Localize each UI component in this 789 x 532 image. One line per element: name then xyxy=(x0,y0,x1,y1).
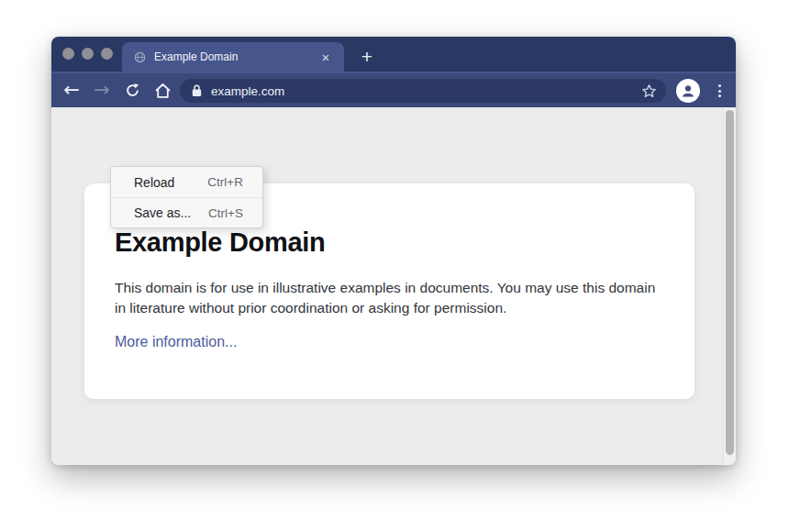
tab-close-icon[interactable]: × xyxy=(318,50,333,64)
home-button[interactable] xyxy=(149,77,176,105)
address-bar[interactable]: example.com xyxy=(180,79,666,103)
profile-avatar[interactable] xyxy=(676,79,700,103)
context-menu: Reload Ctrl+R Save as... Ctrl+S xyxy=(110,166,263,228)
tab-favicon-globe-icon xyxy=(134,51,146,63)
more-information-link[interactable]: More information... xyxy=(115,334,237,350)
tab-example-domain[interactable]: Example Domain × xyxy=(122,42,344,72)
forward-button[interactable]: → xyxy=(88,77,116,105)
reload-button[interactable] xyxy=(118,77,146,105)
back-button[interactable]: ← xyxy=(58,77,85,105)
bookmark-star-icon[interactable] xyxy=(641,83,657,99)
menu-item-shortcut: Ctrl+S xyxy=(208,206,243,220)
menu-item-label: Save as... xyxy=(134,205,191,220)
close-window-button[interactable] xyxy=(62,48,74,60)
zoom-window-button[interactable] xyxy=(101,48,113,60)
browser-window: Example Domain × + ← → xyxy=(51,37,736,465)
lock-icon xyxy=(192,84,202,97)
new-tab-button[interactable]: + xyxy=(354,44,380,70)
person-icon xyxy=(680,83,696,99)
home-icon xyxy=(154,83,172,99)
body-text: This domain is for use in illustrative e… xyxy=(115,278,658,318)
page-title: Example Domain xyxy=(115,227,695,258)
context-menu-item-reload[interactable]: Reload Ctrl+R xyxy=(111,167,262,197)
titlebar: Example Domain × + xyxy=(51,37,736,72)
page-viewport: Example Domain This domain is for use in… xyxy=(51,107,736,465)
menu-item-label: Reload xyxy=(134,175,174,190)
minimize-window-button[interactable] xyxy=(82,48,94,60)
forward-arrow-icon: → xyxy=(94,81,110,100)
scrollbar-thumb[interactable] xyxy=(726,110,734,455)
menu-item-shortcut: Ctrl+R xyxy=(207,175,243,189)
url-text: example.com xyxy=(211,84,641,98)
browser-menu-button[interactable] xyxy=(714,82,725,100)
reload-icon xyxy=(125,83,140,98)
scrollbar-track[interactable] xyxy=(723,107,736,465)
tab-title: Example Domain xyxy=(154,50,318,63)
context-menu-item-save-as[interactable]: Save as... Ctrl+S xyxy=(111,197,262,227)
back-arrow-icon: ← xyxy=(63,81,80,100)
kebab-menu-icon xyxy=(718,84,721,87)
navigation-toolbar: ← → example.com xyxy=(51,72,736,107)
